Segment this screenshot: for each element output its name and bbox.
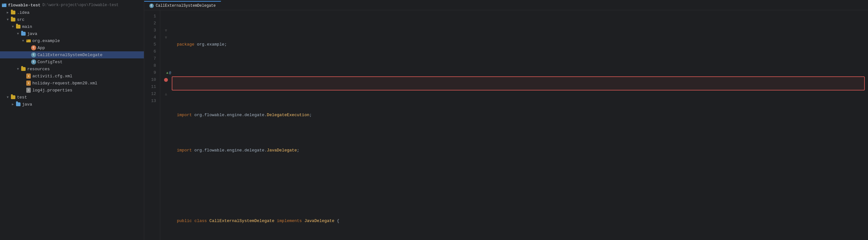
tab-class-icon: C (149, 3, 154, 8)
chevron-down-icon-test: ▼ (5, 95, 10, 100)
tree-item-src[interactable]: ▼ src (0, 16, 144, 23)
chevron-down-icon-org: ▼ (21, 38, 26, 43)
tree-item-org-example[interactable]: ▼ org.example (0, 37, 144, 44)
svg-rect-3 (26, 39, 28, 41)
tree-item-holiday-request[interactable]: x holiday-request.bpmn20.xml (0, 80, 144, 87)
folder-main-icon (16, 24, 21, 29)
ln-3: 3 (144, 27, 156, 34)
project-icon (1, 2, 7, 8)
tree-item-config-test[interactable]: C ConfigTest (0, 58, 144, 65)
tree-item-call-external[interactable]: C CallExternalSystemDelegate (0, 51, 144, 58)
pkg-name: org.example (197, 41, 224, 48)
code-line-2 (177, 76, 868, 83)
code-line-1: package org.example; (177, 41, 868, 48)
ln-6: 6 (144, 48, 156, 55)
gutter-5 (160, 41, 172, 48)
package-icon (26, 38, 31, 44)
gutter-8 (160, 62, 172, 69)
ln-4: 4 (144, 34, 156, 41)
chevron-right-icon: ▶ (5, 10, 10, 15)
folder-resources-icon (21, 66, 26, 72)
chevron-down-icon-main: ▼ (10, 24, 16, 29)
config-test-class-icon: C (31, 59, 36, 65)
idea-label: .idea (17, 10, 29, 15)
plain-6e: { (335, 217, 340, 224)
ln-13: 13 (144, 98, 156, 105)
kw-public-6: public (177, 217, 192, 224)
fold-icon-4: ▽ (165, 36, 167, 39)
code-text[interactable]: package org.example; import org.flowable… (172, 10, 868, 240)
ln-11: 11 (144, 83, 156, 90)
code-line-5 (177, 182, 868, 189)
code-editor: C CallExternalSystemDelegate 1 2 3 4 5 6… (144, 0, 868, 240)
semi-1: ; (224, 41, 227, 48)
tree-item-test[interactable]: ▼ test (0, 94, 144, 101)
ln-7: 7 (144, 55, 156, 62)
gutter-12: △ (160, 90, 172, 98)
ln-1: 1 (144, 13, 156, 20)
at-sign-icon: @ (169, 71, 171, 75)
folder-test-java-icon (16, 101, 21, 107)
line-numbers: 1 2 3 4 5 6 7 8 9 10 11 12 13 (144, 10, 160, 240)
tree-item-resources[interactable]: ▼ resources (0, 65, 144, 73)
main-label: main (22, 24, 32, 29)
tree-item-java[interactable]: ▼ java (0, 30, 144, 37)
org-example-label: org.example (32, 38, 60, 43)
file-tree: flowable-test D:\work-project\ops\flowab… (0, 0, 144, 240)
tree-item-app[interactable]: C App (0, 44, 144, 51)
ln-8: 8 (144, 62, 156, 69)
plain-3a: org.flowable.engine.delegate. (192, 112, 267, 119)
plain-6c (274, 217, 277, 224)
activiti-cfg-label: activiti.cfg.xml (32, 74, 72, 79)
ln-12: 12 (144, 90, 156, 98)
call-external-class-icon: C (31, 52, 36, 58)
tab-call-external[interactable]: C CallExternalSystemDelegate (144, 1, 221, 10)
log4j-icon: ≡ (26, 87, 31, 93)
tree-item-idea[interactable]: ▶ .idea (0, 9, 144, 16)
ln-5: 5 (144, 41, 156, 48)
gutter-6 (160, 48, 172, 55)
test-java-label: java (22, 102, 32, 107)
folder-icon (10, 10, 16, 16)
ln-9: 9 (144, 69, 156, 76)
holiday-xml-icon: x (26, 80, 31, 86)
test-label: test (17, 95, 27, 100)
tab-bar: C CallExternalSystemDelegate (144, 0, 868, 10)
gutter-11 (160, 83, 172, 90)
plain-4a: org.flowable.engine.delegate. (192, 147, 267, 154)
project-name: flowable-test (8, 3, 40, 8)
tree-item-main[interactable]: ▼ main (0, 23, 144, 30)
cls-java-delegate: JavaDelegate (267, 147, 297, 154)
breakpoint-dot-10[interactable] (164, 78, 168, 82)
app-class-icon: C (31, 45, 36, 51)
gutter-13 (160, 98, 172, 105)
code-line-4: import org.flowable.engine.delegate.Java… (177, 147, 868, 154)
gutter: ▽ ▽ ▲ @ (160, 10, 172, 240)
gutter-3: ▽ (160, 27, 172, 34)
gutter-1 (160, 13, 172, 20)
resources-label: resources (27, 67, 50, 72)
code-content-area[interactable]: 1 2 3 4 5 6 7 8 9 10 11 12 13 ▽ ▽ (144, 10, 868, 240)
chevron-right-icon-tj: ▶ (10, 102, 16, 107)
kw-import-3: import (177, 112, 192, 119)
tree-item-log4j[interactable]: ≡ log4j.properties (0, 87, 144, 94)
tree-item-test-java[interactable]: ▶ java (0, 101, 144, 108)
ln-2: 2 (144, 20, 156, 27)
app-label: App (37, 46, 45, 50)
gutter-7 (160, 55, 172, 62)
semi-4: ; (297, 147, 299, 154)
cls-call-external: CallExternalSystemDelegate (209, 217, 274, 224)
config-test-label: ConfigTest (37, 60, 62, 64)
cls-java-delegate-2: JavaDelegate (304, 217, 335, 224)
override-icon: ▲ (166, 71, 168, 75)
code-line-3: import org.flowable.engine.delegate.Dele… (177, 112, 868, 119)
tree-item-activiti-cfg[interactable]: x activiti.cfg.xml (0, 73, 144, 80)
tab-label: CallExternalSystemDelegate (156, 3, 216, 8)
gutter-9: ▲ @ (160, 69, 172, 76)
gutter-4: ▽ (160, 34, 172, 41)
log4j-label: log4j.properties (32, 88, 72, 93)
kw-class-6: class (194, 217, 207, 224)
project-root[interactable]: flowable-test D:\work-project\ops\flowab… (0, 1, 144, 9)
activiti-xml-icon: x (26, 73, 31, 79)
code-line-6: public class CallExternalSystemDelegate … (177, 217, 868, 224)
